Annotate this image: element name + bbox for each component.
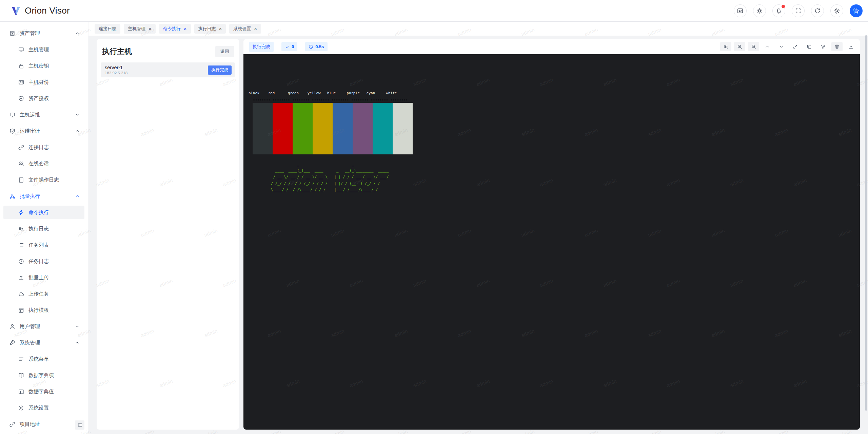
sidebar-item-label: 资产管理	[20, 30, 40, 37]
sidebar-item-label: 主机身份	[28, 79, 49, 86]
paint-icon	[821, 44, 826, 49]
trash-icon	[834, 44, 840, 49]
copy-output-button[interactable]	[804, 42, 815, 51]
sidebar-item-asset-grant[interactable]: 资产授权	[3, 92, 84, 105]
sidebar-item-asset-mgmt[interactable]: 资产管理	[3, 26, 84, 40]
sidebar-item-host-keys[interactable]: 主机密钥	[3, 59, 84, 73]
tab-exec-log[interactable]: 执行日志×	[194, 24, 226, 34]
tab-connect-log[interactable]: 连接日志	[95, 24, 120, 34]
sidebar-item-host-ops[interactable]: 主机运维	[3, 108, 84, 121]
sidebar-item-system-settings[interactable]: 系统设置	[3, 401, 84, 415]
sidebar-item-label: 用户管理	[20, 323, 40, 330]
code-button[interactable]	[734, 4, 747, 17]
tab-label: 执行日志	[198, 26, 216, 32]
check-icon	[285, 44, 290, 49]
sidebar-item-label: 执行模板	[28, 307, 49, 314]
download-icon	[848, 44, 853, 49]
arrow-down-icon	[779, 44, 784, 49]
theme-button[interactable]	[753, 4, 766, 17]
sidebar-item-label: 连接日志	[28, 144, 49, 151]
sidebar-item-task-log[interactable]: 任务日志	[3, 254, 84, 268]
scroll-bottom-button[interactable]	[776, 42, 787, 51]
sidebar-item-dict-values[interactable]: 数据字典值	[3, 385, 84, 398]
users-icon	[18, 161, 24, 167]
sidebar-item-batch-upload[interactable]: 批量上传	[3, 271, 84, 284]
sidebar-item-upload-task[interactable]: 上传任务	[3, 287, 84, 301]
tab-close-icon[interactable]: ×	[219, 26, 222, 31]
tab-label: 主机管理	[128, 26, 145, 32]
color-block-purple	[353, 103, 373, 154]
sidebar-item-label: 运维审计	[20, 128, 40, 134]
user-avatar[interactable]: 管	[850, 4, 863, 17]
sidebar-item-online-session[interactable]: 在线会话	[3, 157, 84, 170]
tab-command-exec[interactable]: 命令执行×	[159, 24, 191, 34]
search-list-icon	[723, 44, 728, 49]
palette-dashes-row: -------- -------- -------- -------- ----…	[249, 96, 860, 103]
sidebar-item-task-list[interactable]: 任务列表	[3, 238, 84, 252]
code-icon	[737, 8, 743, 14]
sidebar-item-exec-template[interactable]: 执行模板	[3, 303, 84, 317]
tab-close-icon[interactable]: ×	[149, 26, 152, 31]
menu-fold-icon	[77, 422, 82, 428]
shield-icon	[9, 128, 15, 134]
sidebar-collapse-button[interactable]	[75, 420, 84, 430]
sidebar-item-host-mgmt[interactable]: 主机管理	[3, 43, 84, 56]
scroll-top-button[interactable]	[762, 42, 773, 51]
notifications-button[interactable]	[772, 4, 785, 17]
header-actions: 管	[734, 4, 863, 17]
exit-code-badge: 0	[281, 42, 297, 51]
zoom-in-button[interactable]	[734, 42, 745, 51]
page-scrollbar-thumb[interactable]	[865, 35, 867, 411]
fullscreen-button[interactable]	[790, 42, 801, 51]
sidebar-item-batch-exec[interactable]: 批量执行	[3, 189, 84, 203]
user-icon	[9, 324, 15, 329]
terminal-output[interactable]: black red green yellow blue purple cyan …	[243, 54, 860, 430]
logo-v-icon	[11, 6, 21, 16]
delete-record-button[interactable]	[831, 42, 843, 51]
sidebar-item-label: 命令执行	[28, 209, 49, 216]
file-icon	[18, 177, 24, 183]
search-output-button[interactable]	[720, 42, 731, 51]
refresh-button[interactable]	[811, 4, 824, 17]
sidebar: 资产管理主机管理主机密钥主机身份资产授权主机运维运维审计连接日志在线会话文件操作…	[0, 22, 88, 434]
sidebar-item-label: 主机运维	[20, 112, 40, 118]
sidebar-item-host-identity[interactable]: 主机身份	[3, 75, 84, 89]
tab-system-settings[interactable]: 系统设置×	[229, 24, 261, 34]
tab-close-icon[interactable]: ×	[184, 26, 187, 31]
sidebar-item-ops-audit[interactable]: 运维审计	[3, 124, 84, 138]
fullscreen-button[interactable]	[792, 4, 805, 17]
sidebar-item-user-mgmt[interactable]: 用户管理	[3, 320, 84, 333]
clear-output-button[interactable]	[817, 42, 829, 51]
sidebar-item-system-menu[interactable]: 系统菜单	[3, 352, 84, 366]
tab-host-mgmt[interactable]: 主机管理×	[124, 24, 156, 34]
zoom-out-button[interactable]	[748, 42, 759, 51]
sidebar-item-connect-log[interactable]: 连接日志	[3, 140, 84, 154]
sidebar-item-system-mgmt[interactable]: 系统管理	[3, 336, 84, 350]
zoom-in-icon	[737, 44, 742, 49]
gear-icon	[834, 8, 840, 14]
sidebar-item-dict-keys[interactable]: 数据字典项	[3, 369, 84, 382]
settings-button[interactable]	[830, 4, 843, 17]
exec-status-badge: 执行完成	[249, 42, 274, 52]
upload-icon	[18, 275, 24, 281]
tab-close-icon[interactable]: ×	[254, 26, 257, 31]
menu-icon	[18, 356, 24, 362]
download-log-button[interactable]	[845, 42, 856, 51]
sun-icon	[756, 8, 763, 14]
terminal-panel: 执行完成 0 0.5s black red green yellow blue …	[243, 39, 860, 430]
color-block-black	[253, 103, 273, 154]
sidebar-item-exec-log[interactable]: 执行日志	[3, 222, 84, 235]
tab-label: 命令执行	[163, 26, 181, 32]
host-list-item[interactable]: server-1 182.92.5.218 执行完成	[101, 62, 235, 77]
sidebar-item-file-op-log[interactable]: 文件操作日志	[3, 173, 84, 187]
desktop-icon	[9, 112, 15, 118]
sidebar-item-project-url[interactable]: 项目地址	[3, 417, 84, 431]
sidebar-item-label: 文件操作日志	[28, 177, 59, 183]
chevron-down-icon	[75, 324, 80, 329]
sidebar-item-command-exec[interactable]: 命令执行	[3, 206, 84, 219]
chevron-up-icon	[75, 194, 80, 199]
back-button[interactable]: 返回	[215, 46, 234, 57]
terminal-toolbar: 执行完成 0 0.5s	[243, 39, 860, 54]
app-logo[interactable]: Orion Visor	[11, 5, 70, 16]
chevron-up-icon	[75, 340, 80, 345]
